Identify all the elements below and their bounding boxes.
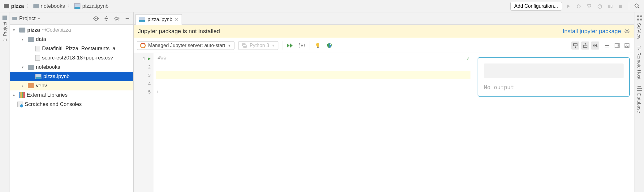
gutter: 1 ▶ 2 3 4 5 +	[134, 53, 153, 192]
run-icon[interactable]	[564, 2, 573, 11]
project-tool-label: 1: Project	[2, 22, 7, 41]
remotehost-tool-tab[interactable]: Remote Host	[635, 42, 643, 83]
project-tool-tab[interactable]: 1: Project	[1, 12, 9, 44]
jupyter-icon	[140, 43, 146, 48]
main-area: 1: Project Project ▾ ▾ pizza ~/Cod	[0, 12, 644, 192]
svg-rect-41	[583, 45, 587, 47]
separator	[601, 41, 601, 50]
svg-point-12	[95, 18, 97, 19]
tree-file-selected[interactable]: pizza.ipynb	[10, 72, 133, 81]
output-cell[interactable]: No output	[478, 57, 630, 97]
gutter-row[interactable]: 2	[134, 63, 153, 71]
expand-all-icon[interactable]	[103, 15, 110, 22]
jupyter-server-dropdown[interactable]: Managed Jupyter server: auto-start ▼	[137, 41, 234, 50]
tree-external-libraries[interactable]: ▸ External Libraries	[10, 90, 133, 100]
search-icon[interactable]	[633, 2, 642, 11]
navbar: pizza 〉 notebooks 〉 pizza.ipynb Add Conf…	[0, 0, 644, 12]
line-number: 2	[148, 64, 151, 69]
insert-cell-below-icon[interactable]	[571, 41, 579, 50]
tree-label: External Libraries	[27, 92, 67, 98]
split-view-icon[interactable]	[613, 41, 621, 50]
gear-icon[interactable]	[624, 28, 630, 34]
close-icon[interactable]: ✕	[175, 17, 178, 22]
scroll-from-source-icon[interactable]	[591, 41, 599, 50]
tree-scratches[interactable]: Scratches and Consoles	[10, 100, 133, 109]
nav-right: Add Configuration...	[510, 2, 642, 11]
svg-line-10	[638, 7, 639, 8]
gear-icon[interactable]	[114, 15, 120, 22]
folder-icon	[19, 28, 25, 33]
tree-folder-data[interactable]: ▾ data	[10, 35, 133, 44]
chevron-down-icon: ▾	[13, 28, 17, 32]
svg-point-53	[626, 44, 627, 45]
run-cell-icon[interactable]: ▶	[148, 56, 151, 61]
tree-label: Datafiniti_Pizza_Restaurants_a	[42, 46, 115, 52]
svg-rect-7	[611, 5, 612, 7]
svg-point-18	[116, 18, 118, 20]
run-all-icon[interactable]	[286, 41, 294, 50]
insert-cell-above-icon[interactable]	[581, 41, 589, 50]
chevron-down-icon: ▼	[228, 44, 231, 47]
code-editor[interactable]: #%% ✓	[153, 53, 473, 192]
tree-label: Scratches and Consoles	[25, 101, 82, 107]
svg-line-26	[115, 20, 116, 20]
chevron-down-icon: ▾	[22, 37, 26, 41]
hide-icon[interactable]	[124, 15, 131, 22]
project-view-icon	[12, 17, 17, 20]
list-view-icon[interactable]	[603, 41, 611, 50]
profiler-icon[interactable]	[595, 2, 604, 11]
concurrency-icon[interactable]	[606, 2, 615, 11]
tree-folder-notebooks[interactable]: ▾ notebooks	[10, 63, 133, 72]
tree-folder-venv[interactable]: ▸ venv	[10, 81, 133, 90]
install-jupyter-link[interactable]: Install jupyter package	[563, 28, 621, 35]
breadcrumb-folder[interactable]: notebooks	[32, 2, 66, 10]
svg-line-3	[580, 6, 581, 6]
svg-rect-8	[619, 5, 622, 8]
tree-root[interactable]: ▾ pizza ~/Code/pizza	[10, 25, 133, 35]
code-text: #%%	[157, 55, 166, 61]
project-sidebar: Project ▾ ▾ pizza ~/Code/pizza ▾ data	[10, 12, 134, 192]
python-icon	[242, 43, 247, 48]
database-tool-tab[interactable]: Database	[635, 83, 643, 116]
debug-icon[interactable]	[574, 2, 583, 11]
gutter-row[interactable]: 1 ▶	[134, 54, 153, 63]
gutter-row[interactable]: 5 +	[134, 88, 153, 96]
checkmark-icon: ✓	[466, 55, 470, 61]
locate-icon[interactable]	[92, 15, 99, 22]
debug-cell-icon[interactable]	[298, 41, 306, 50]
breadcrumb-file-label: pizza.ipynb	[82, 3, 109, 9]
gutter-row[interactable]: 4	[134, 79, 153, 88]
chevron-right-icon: 〉	[27, 3, 31, 9]
code-line	[156, 88, 470, 96]
add-configuration-button[interactable]: Add Configuration...	[510, 2, 562, 11]
lightbulb-icon[interactable]	[314, 41, 322, 50]
sciview-tool-tab[interactable]: SciView	[635, 12, 643, 42]
right-tool-strip: SciView Remote Host Database	[634, 12, 644, 192]
svg-line-2	[577, 6, 577, 6]
tree-file[interactable]: Datafiniti_Pizza_Restaurants_a	[10, 44, 133, 53]
sidebar-title[interactable]: Project ▾	[12, 15, 90, 22]
editor-tab[interactable]: pizza.ipynb ✕	[135, 14, 182, 25]
svg-point-43	[595, 45, 596, 46]
gutter-row[interactable]: 3	[134, 71, 153, 79]
svg-line-5	[600, 6, 601, 7]
tree-file[interactable]: scprc-est2018-18+pop-res.csv	[10, 53, 133, 63]
libraries-icon	[19, 92, 25, 98]
kernel-dropdown[interactable]: Python 3 ▼	[238, 41, 278, 50]
image-view-icon[interactable]	[623, 41, 631, 50]
sidebar-header: Project ▾	[10, 12, 133, 25]
line-number: 1	[143, 56, 145, 61]
svg-point-9	[635, 4, 638, 7]
code-line: #%%	[156, 54, 470, 63]
sciview-icon	[637, 15, 642, 21]
banner-message: Jupyter package is not installed	[138, 28, 563, 35]
svg-line-35	[628, 30, 629, 30]
svg-point-28	[626, 30, 628, 32]
trusted-icon[interactable]	[325, 41, 333, 50]
line-number: 4	[148, 81, 151, 86]
coverage-icon[interactable]	[585, 2, 594, 11]
separator	[629, 2, 629, 10]
breadcrumb-file[interactable]: pizza.ipynb	[73, 2, 110, 10]
stop-icon[interactable]	[616, 2, 625, 11]
breadcrumb-root[interactable]: pizza	[2, 2, 25, 10]
